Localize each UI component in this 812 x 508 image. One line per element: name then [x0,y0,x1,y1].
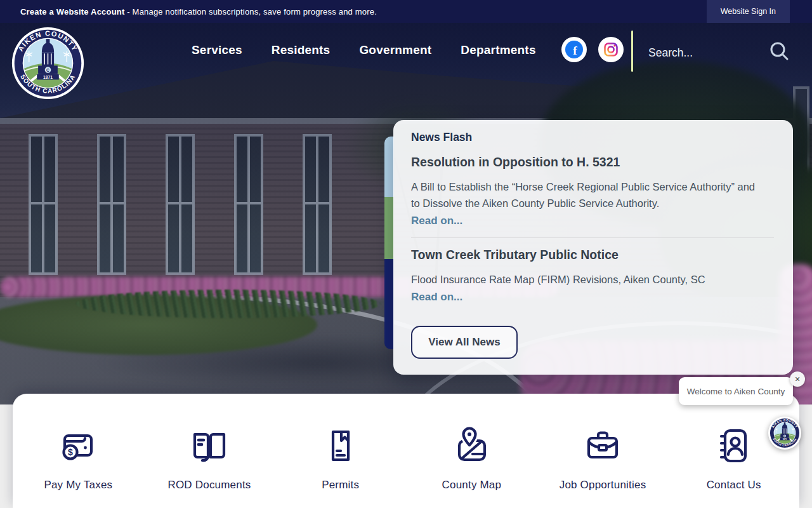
open-book-icon [189,425,230,466]
quicklink-label: County Map [442,479,502,491]
carousel-slide-edge [384,137,394,349]
map-pin-icon [451,425,492,466]
nav-item-government[interactable]: Government [359,43,431,57]
quicklink-label: Contact Us [707,479,761,491]
wallet-icon: $ [58,425,98,466]
chat-tooltip: Welcome to Aiken County [679,377,793,405]
nav-item-residents[interactable]: Residents [272,43,331,57]
aiken-county-homepage: Create a Website Account - Manage notifi… [0,0,812,508]
quicklink-rod-documents[interactable]: ROD Documents [144,425,275,508]
quicklink-permits[interactable]: Permits [275,425,406,508]
county-seal-logo[interactable] [10,25,86,101]
quicklink-county-map[interactable]: County Map [406,425,537,508]
close-icon[interactable]: × [790,371,805,387]
chat-tooltip-text: Welcome to Aiken County [687,387,785,396]
briefcase-icon [582,425,623,466]
search-icon[interactable] [768,39,792,64]
website-sign-in-button[interactable]: Website Sign In [707,0,790,23]
news-item-body: Flood Insurance Rate Map (FIRM) Revision… [411,271,766,288]
quick-links-panel: $ Pay My Taxes ROD Documents Permits [13,394,799,508]
account-promo-rest: - Manage notification subscriptions, sav… [124,7,377,17]
utility-bar: Create a Website Account - Manage notifi… [0,0,812,23]
news-flash-title: News Flash [411,131,774,144]
header-divider [631,30,633,72]
instagram-icon[interactable] [598,37,624,62]
svg-text:$: $ [68,447,73,457]
news-item: Town Creek Tributary Public Notice Flood… [411,248,774,312]
quicklink-label: ROD Documents [167,479,251,491]
quicklink-label: Pay My Taxes [44,479,112,491]
main-nav: Services Residents Government Department… [192,43,536,57]
facebook-icon[interactable]: f [561,37,587,62]
news-flash-card: News Flash Resolution in Opposition to H… [393,120,793,375]
nav-item-departments[interactable]: Departments [461,43,535,57]
read-on-link[interactable]: Read on... [411,215,462,227]
quicklink-label: Job Opportunities [560,479,646,491]
read-on-link[interactable]: Read on... [411,291,462,304]
search-input[interactable] [648,43,759,62]
news-item-body: A Bill to Establish the “Horse Creek Reg… [411,178,766,211]
account-promo-text[interactable]: Create a Website Account - Manage notifi… [20,7,377,17]
nav-item-services[interactable]: Services [192,43,242,57]
news-item-heading[interactable]: Town Creek Tributary Public Notice [411,248,774,262]
news-divider [411,237,774,238]
create-account-link[interactable]: Create a Website Account [20,7,124,17]
news-item-heading[interactable]: Resolution in Opposition to H. 5321 [411,155,774,170]
svg-text:f: f [573,44,577,57]
quicklink-pay-my-taxes[interactable]: $ Pay My Taxes [13,425,144,508]
chat-widget-avatar[interactable] [768,417,801,450]
document-bookmark-icon [320,425,361,466]
news-item: Resolution in Opposition to H. 5321 A Bi… [411,155,774,236]
quicklink-job-opportunities[interactable]: Job Opportunities [537,425,669,508]
quicklink-label: Permits [322,479,359,491]
contact-book-icon [714,425,754,466]
view-all-news-button[interactable]: View All News [411,326,518,359]
